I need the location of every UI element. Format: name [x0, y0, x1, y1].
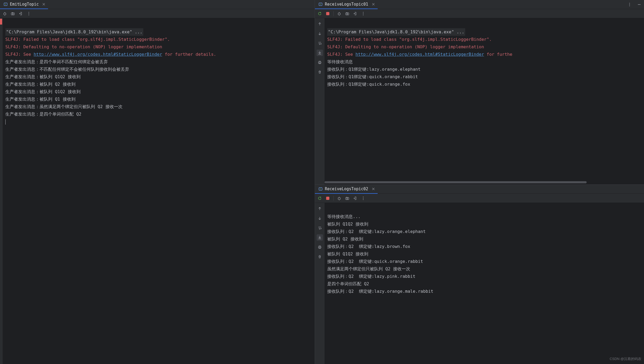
log-line: 是四个单词但匹配 Q2	[327, 281, 369, 286]
log-line: 生产者发出消息：被队列 Q1 接收到	[5, 97, 76, 102]
tab-receivelogstopic02[interactable]: ReceiveLogsTopic02	[315, 185, 378, 194]
softwrap-icon[interactable]	[317, 225, 323, 231]
log-line: 被队列 Q1Q2 接收到	[327, 251, 368, 256]
svg-rect-13	[346, 13, 349, 15]
log-line: SLF4J: Failed to load class "org.slf4j.i…	[5, 37, 170, 42]
camera-icon[interactable]	[344, 195, 350, 201]
tab-bar-left: EmitLogTopic	[0, 0, 315, 9]
text-cursor	[5, 119, 6, 125]
log-line: 接收队列：Q2 绑定键:lazy.orange.elephant	[327, 229, 426, 234]
log-line: 等待接收消息...	[327, 214, 361, 219]
debug-icon[interactable]	[336, 195, 342, 201]
log-line: SLF4J: Failed to load class "org.slf4j.i…	[327, 37, 492, 42]
tab-bar-actions	[626, 1, 642, 8]
more-icon[interactable]	[360, 10, 366, 17]
log-line: SLF4J: See http://www.slf4j.org/codes.ht…	[327, 52, 512, 57]
close-icon[interactable]	[371, 187, 376, 191]
up-icon[interactable]	[317, 205, 323, 212]
console-body-left: "C:\Program Files\Java\jdk1.8.0_192\bin\…	[0, 18, 315, 364]
log-line: 接收队列：Q1绑定键:quick.orange.fox	[327, 82, 410, 87]
log-line: 接收队列：Q2 绑定键:lazy.pink.rabbit	[327, 274, 415, 279]
svg-rect-15	[346, 12, 347, 13]
cmd-line: "C:\Program Files\Java\jdk1.8.0_192\bin\…	[327, 28, 465, 36]
run-config-icon	[319, 187, 323, 191]
stop-icon[interactable]	[325, 10, 331, 17]
svg-point-18	[363, 14, 364, 15]
softwrap-icon[interactable]	[317, 40, 323, 46]
exit-icon[interactable]	[352, 195, 358, 201]
trash-icon[interactable]	[317, 254, 323, 260]
svg-point-5	[29, 12, 29, 12]
exit-icon[interactable]	[18, 10, 24, 17]
svg-point-11	[629, 5, 630, 6]
svg-rect-2	[11, 13, 14, 15]
log-line: 生产者发出消息：虽然满足两个绑定但只被队列 Q2 接收一次	[5, 104, 123, 109]
down-icon[interactable]	[317, 215, 323, 221]
more-icon[interactable]	[26, 10, 32, 17]
log-line: SLF4J: Defaulting to no-operation (NOP) …	[5, 44, 162, 49]
log-line: 接收队列：Q2 绑定键:lazy.brown.fox	[327, 244, 410, 249]
console-output-left[interactable]: "C:\Program Files\Java\jdk1.8.0_192\bin\…	[3, 18, 315, 364]
tab-label: EmitLogTopic	[10, 2, 39, 7]
horizontal-scrollbar[interactable]	[325, 181, 644, 184]
watermark: CSDN @沉着的码农	[610, 357, 641, 361]
svg-point-12	[338, 13, 340, 15]
right-top-pane: ReceiveLogsTopic01	[315, 0, 644, 185]
log-line: 等待接收消息	[327, 59, 353, 64]
log-line: 生产者发出消息：被队列 Q1Q2 接收到	[5, 74, 81, 79]
svg-point-29	[363, 199, 364, 200]
scroll-to-end-icon[interactable]	[317, 234, 323, 241]
minimize-icon[interactable]	[636, 1, 642, 8]
down-icon[interactable]	[317, 30, 323, 37]
log-line: 生产者发出消息：是四个单词不匹配任何绑定会被丢弃	[5, 59, 108, 64]
console-output-right-bottom[interactable]: 等待接收消息... 被队列 Q1Q2 接收到 接收队列：Q2 绑定键:lazy.…	[325, 203, 644, 364]
close-icon[interactable]	[42, 2, 46, 6]
camera-icon[interactable]	[10, 10, 16, 17]
rerun-icon[interactable]	[317, 10, 323, 17]
slf4j-link[interactable]: http://www.slf4j.org/codes.html#StaticLo…	[355, 52, 484, 57]
svg-point-7	[29, 14, 29, 15]
trash-icon[interactable]	[317, 69, 323, 75]
debug-icon[interactable]	[2, 10, 8, 17]
scroll-to-end-icon[interactable]	[317, 50, 323, 56]
slf4j-link[interactable]: http://www.slf4j.org/codes.html#StaticLo…	[34, 52, 162, 57]
print-icon[interactable]	[317, 244, 323, 250]
stop-icon[interactable]	[325, 195, 331, 201]
gutter-right-top	[315, 18, 325, 184]
tab-bar-right-top: ReceiveLogsTopic01	[315, 0, 644, 9]
camera-icon[interactable]	[344, 10, 350, 17]
close-icon[interactable]	[371, 2, 376, 6]
svg-point-27	[363, 196, 364, 197]
tab-emitlogtopic[interactable]: EmitLogTopic	[0, 0, 48, 9]
log-line: SLF4J: Defaulting to no-operation (NOP) …	[327, 44, 484, 49]
tab-receivelogstopic01[interactable]: ReceiveLogsTopic01	[315, 0, 378, 9]
up-icon[interactable]	[317, 21, 323, 27]
svg-rect-20	[319, 61, 321, 62]
print-icon[interactable]	[317, 59, 323, 66]
right-bottom-pane: ReceiveLogsTopic02	[315, 185, 644, 364]
svg-point-1	[4, 13, 6, 15]
svg-rect-31	[319, 246, 321, 247]
svg-point-16	[363, 12, 364, 12]
debug-icon[interactable]	[336, 10, 342, 17]
left-console-pane: EmitLogTopic "C:\Program Files\Java\jdk1…	[0, 0, 315, 364]
console-body-right-bottom: 等待接收消息... 被队列 Q1Q2 接收到 接收队列：Q2 绑定键:lazy.…	[315, 203, 644, 364]
cmd-line: "C:\Program Files\Java\jdk1.8.0_192\bin\…	[5, 28, 143, 36]
log-line: 被队列 Q1Q2 接收到	[327, 221, 368, 227]
rerun-icon[interactable]	[317, 195, 323, 201]
svg-point-14	[347, 13, 348, 14]
svg-rect-26	[346, 197, 347, 197]
log-line: 被队列 Q2 接收到	[327, 236, 363, 242]
log-line: 虽然满足两个绑定但只被队列 Q2 接收一次	[327, 266, 410, 271]
log-line: 生产者发出消息：不匹配任何绑定不会被任何队列接收到会被丢弃	[5, 67, 129, 72]
log-line: 接收队列：Q1绑定键:quick.orange.rabbit	[327, 74, 418, 79]
svg-point-23	[338, 197, 340, 200]
toolbar-left	[0, 9, 315, 18]
run-config-icon	[319, 2, 323, 6]
console-output-right-top[interactable]: "C:\Program Files\Java\jdk1.8.0_192\bin\…	[325, 18, 644, 181]
log-line: 接收队列：Q2 绑定键:lazy.orange.male.rabbit	[327, 289, 433, 294]
exit-icon[interactable]	[352, 10, 358, 17]
more-icon[interactable]	[360, 195, 366, 201]
svg-point-17	[363, 13, 364, 14]
more-icon[interactable]	[626, 1, 633, 8]
